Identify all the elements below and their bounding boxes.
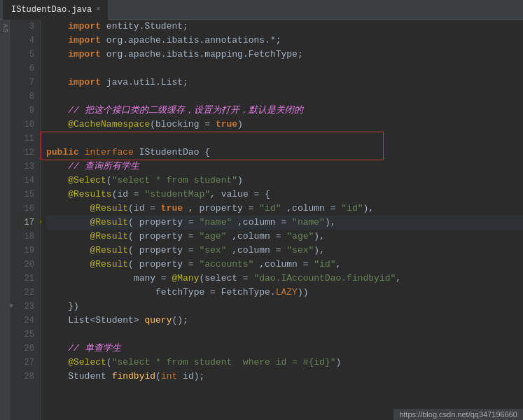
tab-bar: IStudentDao.java × bbox=[0, 0, 523, 20]
code-line-5: import org.apache.ibatis.mapping.FetchTy… bbox=[46, 48, 523, 62]
line-number-14: 14 bbox=[18, 174, 34, 188]
line-number-25: 25 bbox=[18, 328, 34, 342]
line-number-11: 11 bbox=[18, 132, 34, 146]
line-number-7: 7 bbox=[18, 76, 34, 90]
code-line-6 bbox=[46, 62, 523, 76]
line-number-10: 10 bbox=[18, 118, 34, 132]
code-line-28: Student findbyid(int id); bbox=[46, 370, 523, 384]
line-number-24: 24 bbox=[18, 314, 34, 328]
code-line-9: // 把这个接口类的二级缓存，设置为打开，默认是关闭的 bbox=[46, 104, 523, 118]
code-line-23: }) bbox=[46, 300, 523, 314]
lightbulb-icon[interactable]: 💡 bbox=[41, 217, 43, 231]
line-number-13: 13 bbox=[18, 160, 34, 174]
line-number-26: 26 bbox=[18, 342, 34, 356]
line-number-27: 27 bbox=[18, 356, 34, 370]
line-gutter: 345678910111213141516171819202122▼232425… bbox=[10, 20, 41, 420]
code-line-12: public interface IStudentDao { bbox=[46, 146, 523, 160]
code-line-16: @Result(id = true , property = "id" ,col… bbox=[46, 202, 523, 216]
line-number-9: 9 bbox=[18, 104, 34, 118]
line-number-17: 17 bbox=[18, 216, 34, 230]
line-number-23: ▼23 bbox=[18, 300, 34, 314]
left-indicators: A S bbox=[0, 20, 10, 420]
code-line-24: List<Student> query(); bbox=[46, 314, 523, 328]
line-number-12: 12 bbox=[18, 146, 34, 160]
line-number-20: 20 bbox=[18, 258, 34, 272]
line-number-5: 5 bbox=[18, 48, 34, 62]
line-number-4: 4 bbox=[18, 34, 34, 48]
line-number-3: 3 bbox=[18, 20, 34, 34]
line-number-22: 22 bbox=[18, 286, 34, 300]
code-line-18: @Result( property = "age" ,column = "age… bbox=[46, 230, 523, 244]
left-indicator-s: S bbox=[1, 29, 8, 32]
code-line-25 bbox=[46, 328, 523, 342]
line-number-15: 15 bbox=[18, 188, 34, 202]
code-line-20: @Result( property = "accounts" ,column =… bbox=[46, 258, 523, 272]
tab-close-button[interactable]: × bbox=[96, 6, 100, 13]
code-line-26: // 单查学生 bbox=[46, 342, 523, 356]
code-line-15: @Results(id = "studentMap", value = { bbox=[46, 188, 523, 202]
code-line-27: @Select("select * from student where id … bbox=[46, 356, 523, 370]
line-number-16: 16 bbox=[18, 202, 34, 216]
code-line-7: import java.util.List; bbox=[46, 76, 523, 90]
line-number-6: 6 bbox=[18, 62, 34, 76]
code-line-19: @Result( property = "sex" ,column = "sex… bbox=[46, 244, 523, 258]
code-line-14: @Select("select * from student") bbox=[46, 174, 523, 188]
line-number-8: 8 bbox=[18, 90, 34, 104]
code-line-4: import org.apache.ibatis.annotations.*; bbox=[46, 34, 523, 48]
code-line-22: fetchType = FetchType.LAZY)) bbox=[46, 286, 523, 300]
code-line-13: // 查询所有学生 bbox=[46, 160, 523, 174]
active-tab[interactable]: IStudentDao.java × bbox=[3, 0, 109, 20]
line-number-18: 18 bbox=[18, 230, 34, 244]
left-indicator-a: A bbox=[1, 24, 8, 27]
line-number-21: 21 bbox=[18, 272, 34, 286]
line-number-28: 28 bbox=[18, 370, 34, 384]
code-line-11 bbox=[46, 132, 523, 146]
code-line-8 bbox=[46, 90, 523, 104]
line-number-19: 19 bbox=[18, 244, 34, 258]
code-line-10: @CacheNamespace(blocking = true) bbox=[46, 118, 523, 132]
tab-filename: IStudentDao.java bbox=[11, 5, 92, 15]
code-line-17: 💡 @Result( property = "name" ,column = "… bbox=[46, 216, 523, 230]
code-area[interactable]: import entity.Student; import org.apache… bbox=[41, 20, 523, 420]
code-line-3: import entity.Student; bbox=[46, 20, 523, 34]
status-bar: https://blog.csdn.net/qq347196660 bbox=[393, 409, 523, 420]
code-line-21: many = @Many(select = "dao.IAccountDao.f… bbox=[46, 272, 523, 286]
editor-container: A S 345678910111213141516171819202122▼23… bbox=[0, 20, 523, 420]
